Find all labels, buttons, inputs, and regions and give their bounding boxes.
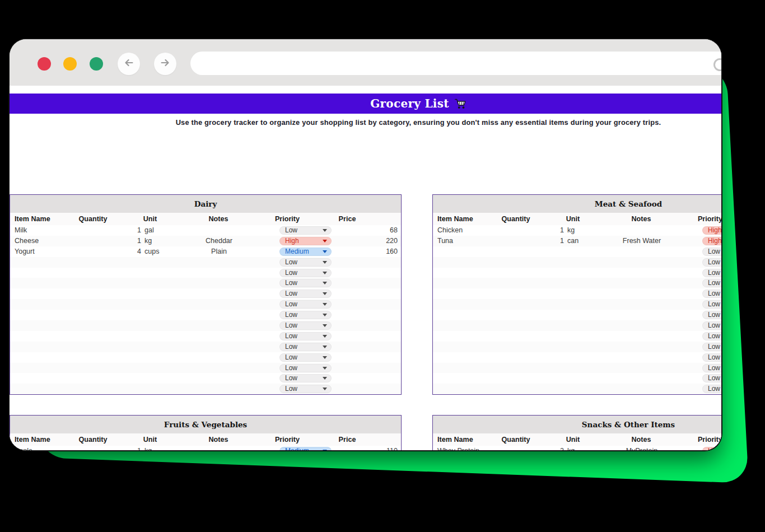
priority-select[interactable]: Low <box>279 332 332 340</box>
item-name-cell[interactable]: Apple <box>15 446 82 450</box>
price-cell[interactable]: 68 <box>342 225 398 236</box>
price-cell[interactable]: 220 <box>342 236 398 246</box>
priority-value: Low <box>285 226 297 235</box>
quantity-cell[interactable]: 1 <box>508 225 564 236</box>
unit-cell[interactable]: kg <box>144 446 189 450</box>
unit-cell[interactable]: gal <box>144 225 189 236</box>
priority-select[interactable]: Low <box>702 364 721 372</box>
priority-select[interactable]: Medium <box>279 248 332 256</box>
table-row: Low <box>433 384 721 394</box>
item-name-cell[interactable]: Tuna <box>437 236 505 246</box>
priority-select[interactable]: Low <box>702 321 721 330</box>
priority-select[interactable]: Low <box>279 258 332 267</box>
priority-select[interactable]: Low <box>702 258 721 267</box>
priority-select[interactable]: Low <box>702 300 721 309</box>
notes-cell[interactable]: MyProtein <box>603 446 681 450</box>
priority-value: Low <box>285 343 297 351</box>
priority-select[interactable]: Medium <box>279 447 332 450</box>
priority-select[interactable]: Low <box>702 374 721 382</box>
table-row: Low <box>433 352 721 363</box>
priority-value: Low <box>285 374 297 382</box>
table-row: Chicken1kgHigh <box>433 225 721 236</box>
item-name-cell[interactable]: Whey Protein <box>437 446 505 450</box>
priority-value: Low <box>708 269 720 277</box>
table-row: Apple1kgMedium110 <box>10 446 401 450</box>
priority-select[interactable]: High <box>279 237 332 245</box>
notes-cell[interactable]: Plain <box>180 246 258 257</box>
priority-select[interactable]: Low <box>702 343 721 351</box>
column-header: Notes <box>190 433 246 446</box>
back-button[interactable] <box>118 53 140 75</box>
url-address-bar[interactable] <box>190 52 721 75</box>
priority-value: Low <box>708 332 720 340</box>
priority-select[interactable]: High <box>702 226 721 235</box>
priority-select[interactable]: Low <box>279 311 332 319</box>
quantity-cell[interactable]: 1 <box>85 236 141 246</box>
notes-cell[interactable]: Cheddar <box>180 236 258 246</box>
priority-select[interactable]: Low <box>279 279 332 287</box>
quantity-cell[interactable]: 1 <box>508 236 564 246</box>
priority-select[interactable]: Low <box>702 290 721 298</box>
priority-select[interactable]: Low <box>702 279 721 287</box>
priority-select[interactable]: Low <box>702 269 721 277</box>
priority-select[interactable]: Low <box>279 353 332 362</box>
priority-value: Low <box>708 300 720 309</box>
forward-button[interactable] <box>154 53 176 75</box>
unit-cell[interactable]: kg <box>567 225 612 236</box>
priority-select[interactable]: High <box>702 237 721 245</box>
priority-value: Low <box>285 364 297 372</box>
item-name-cell[interactable]: Cheese <box>15 236 82 246</box>
table-row: Low <box>10 299 401 310</box>
priority-select[interactable]: Low <box>702 248 721 256</box>
category-title: Snacks & Other Items <box>433 416 721 433</box>
priority-select[interactable]: Low <box>279 269 332 277</box>
item-name-cell[interactable]: Milk <box>15 225 82 236</box>
table-row: Low <box>10 268 401 278</box>
priority-select[interactable]: Low <box>702 311 721 319</box>
table-row: Low <box>10 257 401 268</box>
close-window-button[interactable] <box>38 57 51 71</box>
priority-value: Low <box>285 385 297 393</box>
column-header: Notes <box>190 213 246 225</box>
price-cell[interactable]: 110 <box>342 446 398 450</box>
minimize-window-button[interactable] <box>63 57 77 71</box>
priority-select[interactable]: Low <box>279 226 332 235</box>
table-row: Low <box>433 299 721 310</box>
column-header: Unit <box>122 433 178 446</box>
priority-select[interactable]: Low <box>702 385 721 393</box>
chevron-down-icon <box>323 367 327 370</box>
priority-select[interactable]: Low <box>279 290 332 298</box>
priority-select[interactable]: Low <box>279 300 332 309</box>
category-title: Dairy <box>10 195 401 213</box>
column-header: Unit <box>545 213 601 225</box>
column-header-row: Item NameQuantityUnitNotesPriorityPrice <box>433 433 721 446</box>
table-row: Low <box>10 288 401 299</box>
column-header: Quantity <box>488 213 544 225</box>
priority-select[interactable]: Low <box>279 343 332 351</box>
chevron-down-icon <box>323 335 327 338</box>
price-cell[interactable]: 160 <box>342 246 398 257</box>
priority-select[interactable]: Low <box>279 321 332 330</box>
chevron-down-icon <box>323 450 327 450</box>
priority-value: Low <box>708 279 720 287</box>
quantity-cell[interactable]: 2 <box>508 446 564 450</box>
quantity-cell[interactable]: 1 <box>85 225 141 236</box>
item-name-cell[interactable]: Yogurt <box>15 246 82 257</box>
column-header: Notes <box>613 433 669 446</box>
priority-select[interactable]: Low <box>702 332 721 340</box>
quantity-cell[interactable]: 4 <box>85 246 141 257</box>
table-row: Whey Protein2kgMyProteinHigh <box>433 446 721 450</box>
item-name-cell[interactable]: Chicken <box>437 225 505 236</box>
table-row: Low <box>433 320 721 331</box>
notes-cell[interactable]: Fresh Water <box>603 236 681 246</box>
page-subtitle: Use the grocery tracker to organize your… <box>10 118 721 127</box>
chevron-down-icon <box>323 388 327 390</box>
priority-select[interactable]: Low <box>702 353 721 362</box>
priority-select[interactable]: Low <box>279 385 332 393</box>
chevron-down-icon <box>323 250 327 253</box>
table-row: Low <box>10 373 401 384</box>
zoom-window-button[interactable] <box>90 57 103 71</box>
quantity-cell[interactable]: 1 <box>85 446 141 450</box>
priority-select[interactable]: Low <box>279 374 332 382</box>
priority-select[interactable]: Low <box>279 364 332 372</box>
